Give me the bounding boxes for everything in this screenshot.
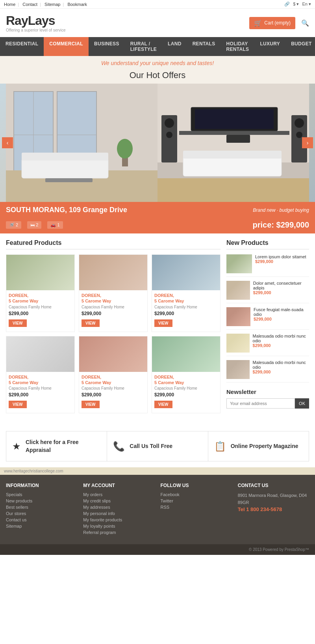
new-product-item: Lorem ipsum dolor sitamet $299,000 — [226, 254, 309, 277]
new-products-title: New Products — [226, 239, 309, 250]
search-icon[interactable]: 🔍 — [301, 19, 309, 27]
view-button[interactable]: VIEW — [154, 319, 172, 327]
footer-link-new[interactable]: New products — [6, 498, 77, 503]
product-name: DOREEN,5 Carome Way — [82, 293, 145, 304]
view-button[interactable]: VIEW — [9, 401, 27, 408]
nav-contact[interactable]: Contact — [22, 2, 37, 7]
product-desc: Capacious Family Home — [9, 386, 72, 390]
newsletter-form: OK — [226, 398, 309, 409]
product-grid: DOREEN,5 Carome Way Capacious Family Hom… — [6, 254, 220, 413]
cart-button[interactable]: 🛒 Cart (empty) — [249, 17, 295, 29]
hero-next-button[interactable]: › — [302, 137, 313, 148]
language-selector[interactable]: En ▾ — [302, 2, 311, 7]
nav-sitemap[interactable]: Sitemap — [44, 2, 60, 7]
hero-section: We understand your unique needs and tast… — [0, 56, 315, 233]
product-desc: Capacious Family Home — [9, 305, 72, 309]
new-product-image — [226, 281, 250, 300]
svg-rect-25 — [226, 135, 250, 143]
product-image — [79, 336, 147, 372]
footer-link-credits[interactable]: My credit slips — [83, 498, 154, 503]
product-image — [152, 255, 220, 290]
nav-residential[interactable]: RESIDENTIAL — [0, 37, 44, 56]
product-desc: Capacious Family Home — [154, 305, 218, 309]
footer-link-loyalty[interactable]: My loyalty points — [83, 524, 154, 528]
feature-bath: 🚿 2 — [6, 221, 21, 229]
new-product-price: $299,000 — [255, 259, 306, 264]
footer-link-referral[interactable]: Referral program — [83, 530, 154, 535]
nav-rentals[interactable]: RENTALS — [187, 37, 221, 56]
logo[interactable]: RayLays — [6, 13, 66, 28]
nav-home[interactable]: Home — [4, 2, 15, 7]
hero-room-svg — [6, 84, 309, 202]
view-button[interactable]: VIEW — [154, 401, 172, 408]
footer-link-twitter[interactable]: Twitter — [161, 498, 232, 503]
watermark-text: www.heritagechristiancollege.com — [4, 469, 63, 473]
product-image — [79, 255, 147, 290]
footer-contact-address: 8901 Marmora Road, Glasgow, D04 89GR — [238, 492, 309, 506]
footer-link-facebook[interactable]: Facebook — [161, 492, 232, 497]
new-product-text: Lorem ipsum dolor sitamet $299,000 — [255, 254, 306, 273]
nav-holiday[interactable]: HOLIDAY RENTALS — [221, 37, 255, 56]
product-image — [6, 255, 74, 290]
new-product-image — [226, 307, 250, 326]
newsletter-submit-button[interactable]: OK — [295, 398, 309, 409]
new-product-item: Fusce feugiat male-suada odio $299,000 — [226, 307, 309, 330]
footer-grid: INFORMATION Specials New products Best s… — [6, 483, 309, 536]
footer-link-addresses[interactable]: My addresses — [83, 505, 154, 510]
newsletter-email-input[interactable] — [226, 398, 295, 409]
product-image — [152, 336, 220, 372]
product-price: $299,000 — [9, 392, 72, 398]
cta-magazine[interactable]: 📋 Online Property Magazine — [208, 431, 309, 461]
nav-bookmark[interactable]: Bookmark — [67, 2, 87, 7]
footer-link-best[interactable]: Best sellers — [6, 505, 77, 510]
hero-prev-button[interactable]: ‹ — [2, 137, 13, 148]
cta-phone[interactable]: 📞 Call Us Toll Free — [107, 431, 208, 461]
magazine-icon: 📋 — [214, 441, 226, 452]
nav-business[interactable]: BUSINESS — [89, 37, 125, 56]
product-desc: Capacious Family Home — [82, 305, 145, 309]
hero-badge: Brand new · budget buying — [253, 207, 309, 213]
new-product-text: Fusce feugiat male-suada odio $299,000 — [254, 307, 309, 326]
watermark-bar: www.heritagechristiancollege.com — [0, 467, 315, 475]
view-button[interactable]: VIEW — [9, 319, 27, 327]
newsletter-section: Newsletter OK — [226, 388, 309, 409]
footer-link-sitemap[interactable]: Sitemap — [6, 524, 77, 528]
svg-point-18 — [165, 118, 174, 128]
nav-commercial[interactable]: COMMERCIAL — [44, 37, 89, 56]
footer-link-favorites[interactable]: My favorite products — [83, 517, 154, 522]
footer-contact-title: CONTACT US — [238, 483, 309, 488]
product-info: DOREEN,5 Carome Way Capacious Family Hom… — [152, 372, 220, 413]
sidebar: New Products Lorem ipsum dolor sitamet $… — [226, 239, 309, 419]
product-price: $299,000 — [82, 392, 145, 398]
top-bar-links: Home| Contact| Sitemap| Bookmark — [4, 2, 89, 7]
footer-link-specials[interactable]: Specials — [6, 492, 77, 497]
svg-rect-11 — [45, 178, 93, 182]
new-product-item: Malesuada odio morbi nunc odio $299,000 — [226, 334, 309, 356]
footer-link-orders[interactable]: My orders — [83, 492, 154, 497]
view-button[interactable]: VIEW — [82, 319, 100, 327]
featured-section: Featured Products DOREEN,5 Carome Way Ca… — [6, 239, 220, 419]
svg-rect-23 — [183, 157, 282, 176]
footer-link-stores[interactable]: Our stores — [6, 511, 77, 516]
product-card: DOREEN,5 Carome Way Capacious Family Hom… — [79, 336, 148, 414]
svg-rect-14 — [179, 131, 289, 135]
product-name: DOREEN,5 Carome Way — [154, 374, 218, 386]
nav-budget[interactable]: BUDGET — [285, 37, 315, 56]
product-info: DOREEN,5 Carome Way Capacious Family Hom… — [79, 372, 147, 413]
product-price: $299,000 — [154, 311, 218, 316]
nav-land[interactable]: LAND — [162, 37, 187, 56]
nav-rural[interactable]: RURAL / LIFESTYLE — [125, 37, 162, 56]
new-product-price: $299,000 — [253, 343, 309, 348]
copyright-text: © 2013 Powered by PrestaShop™ — [249, 547, 309, 552]
product-name: DOREEN,5 Carome Way — [154, 293, 218, 304]
cta-appraisal[interactable]: ★ Click here for a Free Appraisal — [6, 431, 107, 461]
svg-rect-8 — [22, 153, 108, 161]
view-button[interactable]: VIEW — [82, 401, 100, 408]
footer-link-personal[interactable]: My personal info — [83, 511, 154, 516]
product-card: DOREEN,5 Carome Way Capacious Family Hom… — [152, 336, 220, 414]
currency-selector[interactable]: $ ▾ — [293, 2, 299, 7]
nav-luxury[interactable]: LUXURY — [254, 37, 285, 56]
footer-link-rss[interactable]: RSS — [161, 505, 232, 510]
footer-social-title: FOLLOW US — [161, 483, 232, 488]
footer-link-contact[interactable]: Contact us — [6, 517, 77, 522]
